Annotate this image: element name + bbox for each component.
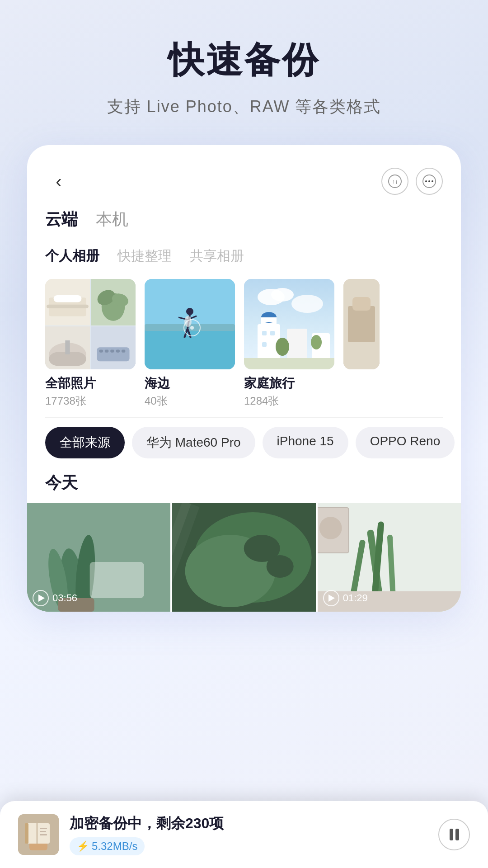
album-partial[interactable] <box>343 279 380 408</box>
svg-rect-89 <box>40 834 47 835</box>
sub-tab-personal[interactable]: 个人相册 <box>45 247 99 265</box>
svg-point-80 <box>319 517 342 539</box>
video-duration-3: 01:29 <box>323 590 368 606</box>
tab-cloud[interactable]: 云端 <box>45 208 78 233</box>
lightning-icon: ⚡ <box>77 840 89 852</box>
status-speed: ⚡ 5.32MB/s <box>70 837 145 855</box>
svg-rect-24 <box>122 350 125 353</box>
status-thumbnail <box>18 814 59 855</box>
sub-tab-quick[interactable]: 快捷整理 <box>117 247 172 265</box>
filter-row: 全部来源 华为 Mate60 Pro iPhone 15 OPPO Reno <box>27 418 461 467</box>
svg-point-34 <box>184 316 192 327</box>
svg-point-50 <box>276 338 289 356</box>
filter-huawei[interactable]: 华为 Mate60 Pro <box>132 427 255 458</box>
svg-point-4 <box>428 180 430 182</box>
svg-rect-86 <box>25 823 28 844</box>
svg-rect-20 <box>99 350 103 353</box>
filter-iphone[interactable]: iPhone 15 <box>263 427 348 458</box>
photo-item-3[interactable]: 01:29 <box>318 503 461 612</box>
status-main-text: 加密备份中，剩余230项 <box>70 814 427 834</box>
page-title: 快速备份 <box>27 36 461 85</box>
status-bar: 加密备份中，剩余230项 ⚡ 5.32MB/s <box>0 801 488 868</box>
svg-rect-55 <box>352 297 371 311</box>
svg-text:↑↓: ↑↓ <box>392 179 398 185</box>
more-button[interactable] <box>416 168 443 195</box>
sort-button[interactable]: ↑↓ <box>381 168 408 195</box>
svg-rect-48 <box>270 331 275 335</box>
svg-point-40 <box>291 295 323 313</box>
play-icon-1[interactable] <box>33 590 49 606</box>
tab-local[interactable]: 本机 <box>96 208 128 233</box>
play-icon-3[interactable] <box>323 590 339 606</box>
album-thumb-cell-3 <box>45 326 90 369</box>
album-beach[interactable]: 海边 40张 <box>145 279 235 408</box>
svg-rect-22 <box>110 350 114 353</box>
svg-point-5 <box>432 180 433 182</box>
svg-rect-9 <box>47 305 89 308</box>
sub-tabs: 个人相册 快捷整理 共享相册 <box>27 242 461 274</box>
album-all-photos-name: 全部照片 <box>45 375 136 392</box>
svg-rect-88 <box>40 831 46 832</box>
svg-rect-47 <box>262 331 267 335</box>
nav-actions: ↑↓ <box>381 168 443 195</box>
pause-icon <box>450 829 459 840</box>
svg-rect-52 <box>244 358 334 369</box>
album-travel-count: 1284张 <box>244 394 334 408</box>
svg-rect-23 <box>116 350 120 353</box>
svg-rect-21 <box>105 350 108 353</box>
today-section-title: 今天 <box>27 467 461 503</box>
svg-point-51 <box>311 335 322 349</box>
album-thumb-cell-4 <box>91 326 136 369</box>
album-travel-name: 家庭旅行 <box>244 375 334 392</box>
svg-point-3 <box>425 180 427 182</box>
pause-button[interactable] <box>438 819 470 850</box>
back-button[interactable]: ‹ <box>45 168 72 195</box>
sub-tab-shared[interactable]: 共享相册 <box>190 247 244 265</box>
photo-grid: 03:56 <box>27 503 461 612</box>
album-beach-name: 海边 <box>145 375 235 392</box>
svg-rect-8 <box>54 295 82 302</box>
main-tabs: 云端 本机 <box>27 204 461 242</box>
album-all-photos[interactable]: 全部照片 17738张 <box>45 279 136 408</box>
svg-rect-44 <box>261 317 277 322</box>
video-duration-1: 03:56 <box>33 590 77 606</box>
filter-all[interactable]: 全部来源 <box>45 427 125 458</box>
svg-rect-54 <box>348 306 375 342</box>
album-beach-count: 40张 <box>145 394 235 408</box>
album-travel[interactable]: 家庭旅行 1284张 <box>244 279 334 408</box>
photo-item-1[interactable]: 03:56 <box>27 503 170 612</box>
svg-rect-87 <box>40 828 47 829</box>
album-thumb-cell-1 <box>45 279 90 326</box>
svg-point-28 <box>186 308 193 315</box>
svg-point-39 <box>271 288 294 302</box>
photo-item-2[interactable] <box>172 503 315 612</box>
page-subtitle: 支持 Live Photo、RAW 等各类格式 <box>27 96 461 118</box>
filter-oppo[interactable]: OPPO Reno <box>356 427 455 458</box>
page-header: 快速备份 支持 Live Photo、RAW 等各类格式 <box>0 0 488 136</box>
svg-rect-49 <box>262 342 267 347</box>
svg-rect-63 <box>90 562 144 598</box>
svg-rect-19 <box>97 347 129 361</box>
nav-bar: ‹ ↑↓ <box>27 163 461 204</box>
svg-rect-45 <box>287 329 307 360</box>
svg-rect-17 <box>65 340 70 354</box>
speed-value: 5.32MB/s <box>92 840 137 853</box>
svg-point-36 <box>190 326 194 330</box>
album-all-photos-count: 17738张 <box>45 394 136 408</box>
albums-scroll: 全部照片 17738张 <box>27 274 461 417</box>
album-thumb-cell-2 <box>91 279 136 326</box>
phone-card: ‹ ↑↓ 云端 本机 个人相册 快捷整理 <box>27 145 461 612</box>
status-text-area: 加密备份中，剩余230项 ⚡ 5.32MB/s <box>70 814 427 855</box>
